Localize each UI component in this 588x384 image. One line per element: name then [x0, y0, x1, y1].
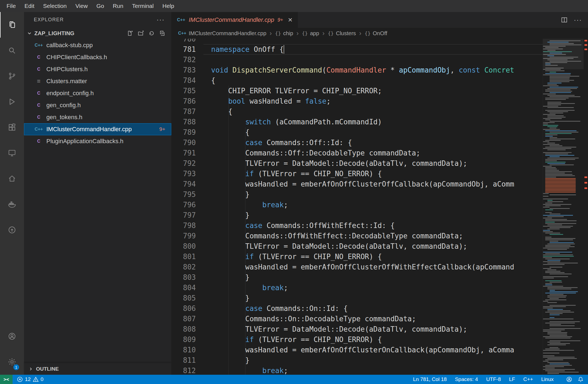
line-number[interactable]: 811 [171, 355, 203, 365]
docker-icon[interactable] [0, 191, 24, 217]
code-line[interactable]: if (TLVError == CHIP_NO_ERROR) { [211, 334, 543, 345]
menu-selection[interactable]: Selection [39, 0, 71, 12]
line-number[interactable]: 810 [171, 345, 203, 355]
line-number[interactable]: 803 [171, 272, 203, 283]
line-number[interactable]: 800 [171, 241, 203, 251]
file-item[interactable]: CCHIPClusters.h [24, 63, 171, 75]
line-number[interactable]: 805 [171, 293, 203, 303]
code-line[interactable]: { [211, 75, 543, 86]
code-line[interactable]: switch (aCommandPath.mCommandId) [211, 117, 543, 127]
line-number[interactable]: 784 [171, 75, 203, 86]
run-debug-icon[interactable] [0, 89, 24, 115]
code-editor[interactable]: 7807817827837847857867877887897907917927… [171, 39, 588, 375]
line-number[interactable]: 797 [171, 210, 203, 220]
line-number[interactable]: 808 [171, 324, 203, 334]
file-item[interactable]: ≡Clusters.matter [24, 75, 171, 87]
breadcrumb-item[interactable]: {}Clusters [328, 30, 356, 37]
code-line[interactable]: Commands::Off::DecodableType commandData… [211, 148, 543, 158]
line-number[interactable]: 807 [171, 314, 203, 324]
more-actions-icon[interactable]: ··· [157, 16, 165, 23]
code-line[interactable]: TLVError = DataModel::Decode(aDataTlv, c… [211, 158, 543, 169]
file-item[interactable]: CCHIPClientCallbacks.h [24, 51, 171, 63]
breadcrumb-item[interactable]: {}chip [275, 30, 293, 37]
line-number[interactable]: 786 [171, 96, 203, 106]
line-number[interactable]: 801 [171, 251, 203, 262]
file-item[interactable]: Cendpoint_config.h [24, 87, 171, 99]
line-number[interactable]: 790 [171, 137, 203, 148]
code-line[interactable]: } [211, 293, 543, 303]
line-number[interactable]: 799 [171, 231, 203, 241]
menu-file[interactable]: File [2, 0, 20, 12]
status-ln-781-col-18[interactable]: Ln 781, Col 18 [413, 376, 447, 382]
code-line[interactable]: wasHandled = emberAfOnOffClusterOffWithE… [211, 262, 543, 272]
code-line[interactable]: { [211, 127, 543, 137]
code-line[interactable]: TLVError = DataModel::Decode(aDataTlv, c… [211, 241, 543, 251]
status-c++[interactable]: C++ [523, 376, 533, 382]
line-number[interactable]: 802 [171, 262, 203, 272]
code-line[interactable]: } [211, 210, 543, 220]
code-line[interactable]: Commands::OffWithEffect::DecodableType c… [211, 231, 543, 241]
code-line[interactable]: Commands::On::DecodableType commandData; [211, 314, 543, 324]
file-item[interactable]: Cgen_tokens.h [24, 111, 171, 123]
line-number[interactable]: 789 [171, 127, 203, 137]
folder-section-header[interactable]: ZAP_LIGHTING [24, 27, 171, 39]
new-folder-icon[interactable] [137, 30, 144, 37]
line-number[interactable]: 798 [171, 220, 203, 231]
minimap-slider[interactable] [543, 39, 584, 69]
code-line[interactable]: break; [211, 365, 543, 375]
notifications-bell-icon[interactable] [578, 376, 584, 382]
code-line[interactable]: break; [211, 200, 543, 210]
line-number[interactable]: 787 [171, 106, 203, 117]
new-file-icon[interactable] [127, 30, 133, 37]
code-line[interactable]: case Commands::On::Id: { [211, 303, 543, 314]
breadcrumb-item[interactable]: {}app [302, 30, 319, 37]
overview-ruler[interactable] [584, 39, 588, 375]
line-number[interactable]: 792 [171, 158, 203, 169]
code-line[interactable]: { [211, 106, 543, 117]
file-item[interactable]: Cgen_config.h [24, 99, 171, 111]
feedback-icon[interactable] [566, 376, 572, 382]
menu-edit[interactable]: Edit [20, 0, 39, 12]
line-number[interactable]: 809 [171, 334, 203, 345]
menu-terminal[interactable]: Terminal [128, 0, 158, 12]
code-line[interactable]: if (TLVError == CHIP_NO_ERROR) { [211, 251, 543, 262]
line-number[interactable]: 793 [171, 169, 203, 179]
status-utf-8[interactable]: UTF-8 [486, 376, 501, 382]
line-number[interactable]: 804 [171, 283, 203, 293]
line-number[interactable]: 791 [171, 148, 203, 158]
code-line[interactable]: if (TLVError == CHIP_NO_ERROR) { [211, 169, 543, 179]
home-icon[interactable] [0, 166, 24, 191]
code-line[interactable]: } [211, 272, 543, 283]
line-number[interactable]: 795 [171, 189, 203, 200]
code-line[interactable]: } [211, 189, 543, 200]
code-line[interactable]: case Commands::OffWithEffect::Id: { [211, 220, 543, 231]
settings-icon[interactable]: 1 [0, 349, 24, 375]
line-number[interactable]: 782 [171, 55, 203, 65]
status-lf[interactable]: LF [509, 376, 515, 382]
status-linux[interactable]: Linux [541, 376, 554, 382]
collapse-all-icon[interactable] [159, 30, 166, 37]
code-line[interactable]: bool wasHandled = false; [211, 96, 543, 106]
line-number[interactable]: 806 [171, 303, 203, 314]
file-item[interactable]: CPluginApplicationCallbacks.h [24, 135, 171, 147]
refresh-icon[interactable] [148, 30, 155, 37]
code-line[interactable]: break; [211, 283, 543, 293]
code-line[interactable]: TLVError = DataModel::Decode(aDataTlv, c… [211, 324, 543, 334]
minimap[interactable] [543, 39, 584, 375]
menu-help[interactable]: Help [158, 0, 178, 12]
code-line[interactable] [211, 39, 543, 44]
code-line[interactable]: void DispatchServerCommand(CommandHandle… [211, 65, 543, 75]
tab-active[interactable]: C++ IMClusterCommandHandler.cpp 9+ × [171, 12, 298, 28]
file-item[interactable]: C++callback-stub.cpp [24, 39, 171, 51]
more-actions-icon[interactable]: ··· [574, 16, 582, 24]
extensions-icon[interactable] [0, 115, 24, 140]
status-spaces-4[interactable]: Spaces: 4 [455, 376, 478, 382]
search-icon[interactable] [0, 38, 24, 63]
live-share-icon[interactable] [0, 217, 24, 243]
breadcrumb-item[interactable]: {}OnOff [365, 30, 387, 37]
code-line[interactable]: case Commands::Off::Id: { [211, 137, 543, 148]
file-item[interactable]: C++IMClusterCommandHandler.cpp9+ [24, 123, 171, 135]
outline-section-header[interactable]: OUTLINE [24, 363, 171, 375]
remote-indicator[interactable]: >< [0, 375, 13, 384]
line-number[interactable]: 796 [171, 200, 203, 210]
